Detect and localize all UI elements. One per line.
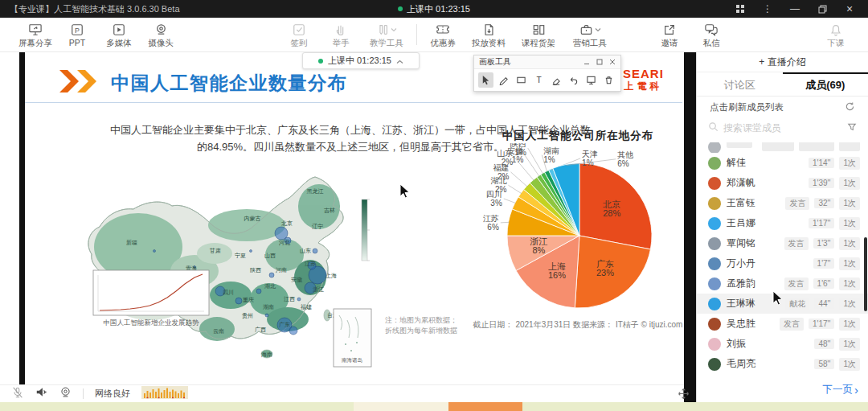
tab-discussion[interactable]: 讨论区 — [697, 72, 783, 96]
member-row[interactable]: 吴忠胜发言1'17''1次 — [697, 314, 868, 334]
refresh-icon[interactable] — [845, 101, 855, 113]
member-search-input[interactable]: 搜索课堂成员 — [697, 117, 868, 138]
select-tool-icon[interactable] — [478, 72, 493, 88]
speak-badge[interactable]: 发言 — [784, 277, 809, 290]
live-status-dot-icon — [398, 6, 403, 11]
layout-grid-icon[interactable] — [735, 3, 746, 14]
end-class-button[interactable]: 下课 — [815, 23, 857, 47]
panel-minimize-icon[interactable] — [583, 58, 590, 67]
speak-badge[interactable]: 发言 — [780, 378, 804, 379]
eraser-tool-icon[interactable] — [548, 72, 563, 88]
speak-badge[interactable]: 发言 — [785, 197, 809, 210]
materials-button[interactable]: 投放资料 — [464, 23, 514, 47]
ppt-button[interactable]: P PPT — [56, 23, 98, 47]
rectangle-tool-icon[interactable] — [514, 72, 529, 88]
panel-maximize-icon[interactable] — [596, 58, 603, 67]
speak-badge[interactable]: 发言 — [780, 318, 804, 331]
panel-close-icon[interactable] — [609, 58, 616, 67]
time-badge: 1'39'' — [809, 178, 834, 188]
count-badge: 1次 — [839, 217, 860, 230]
class-status: 上课中 01:23:15 — [398, 0, 470, 18]
teaching-tools-icon — [377, 23, 389, 36]
live-intro-button[interactable]: + 直播介绍 — [697, 52, 868, 72]
member-row[interactable]: 毛周亮58''1次 — [697, 354, 868, 374]
pie-chart-block: 中国人工智能公司所在地分布 北京28%广东23%上海16%浙江8%江苏6%四川3… — [469, 129, 687, 331]
fullscreen-expand-icon[interactable] — [678, 388, 690, 402]
class-timer-pill[interactable]: 上课中 01:23:15 — [302, 52, 420, 69]
webcam-icon — [154, 23, 168, 37]
screen-share-button[interactable]: 屏幕分享 — [14, 23, 56, 47]
board-tool-icon[interactable] — [583, 72, 599, 88]
webcam-status-icon[interactable] — [59, 386, 72, 401]
speak-badge[interactable]: 发言 — [784, 237, 809, 250]
stage-footer: 网络良好 — [0, 384, 684, 402]
member-row[interactable]: 刘振48''1次 — [697, 334, 868, 354]
member-row[interactable]: 王富钰发言32''1次 — [697, 193, 868, 213]
member-row[interactable]: 万小丹1'7''1次 — [697, 253, 868, 273]
marketing-tools-button[interactable]: 营销工具 — [563, 23, 616, 47]
member-name: 潘可中 — [727, 377, 774, 378]
member-name: 刘振 — [727, 337, 809, 351]
china-map: 黑龙江吉林辽宁内蒙古北京河北山西山东河南江苏上海安徽浙江福建江西湖北湖南广东广西… — [74, 171, 383, 379]
invite-button[interactable]: 邀请 — [649, 23, 690, 47]
check-in-icon — [293, 23, 305, 37]
board-tools-panel: 画板工具 T — [473, 55, 621, 92]
map-label-陕西: 陕西 — [250, 267, 261, 273]
avatar — [708, 142, 721, 153]
map-label-北京: 北京 — [281, 220, 293, 227]
speak-badge[interactable]: 献花 — [785, 298, 809, 310]
chevron-up-icon[interactable] — [396, 56, 403, 66]
teaching-tools-button[interactable]: 教学工具 — [362, 23, 411, 47]
count-badge: 1次 — [839, 378, 860, 379]
taskbar-strip — [0, 402, 868, 411]
speaker-icon[interactable] — [35, 386, 48, 401]
pen-tool-icon[interactable] — [496, 72, 511, 88]
time-badge: 44'' — [814, 298, 834, 309]
minimize-button[interactable]: — — [789, 3, 800, 14]
microphone-muted-icon[interactable] — [11, 386, 24, 402]
panel-mouse-cursor — [772, 290, 783, 309]
svg-text:T: T — [536, 76, 541, 84]
chevron-right-icon: › — [854, 386, 858, 394]
more-menu-icon[interactable]: ⋮ — [762, 3, 773, 14]
member-row[interactable]: 解佳1'14''1次 — [697, 153, 868, 173]
network-status: 网络良好 — [95, 388, 130, 400]
class-status-text: 上课中 01:23:15 — [407, 3, 470, 15]
media-button[interactable]: 多媒体 — [98, 23, 140, 47]
taskbar-segment — [354, 402, 448, 411]
count-badge: 1次 — [839, 177, 860, 190]
member-row[interactable]: 郑潇帆1'39''1次 — [697, 173, 868, 193]
next-page-button[interactable]: 下一页 › — [823, 383, 859, 397]
member-row[interactable]: 王吕娜1'17''1次 — [697, 213, 868, 233]
member-list-scrollbar[interactable] — [864, 237, 867, 311]
audio-waveform — [141, 386, 188, 402]
title-chevrons-icon — [59, 70, 101, 96]
member-row[interactable]: 覃闻铭发言1'3''1次 — [697, 233, 868, 253]
restore-button[interactable] — [817, 3, 828, 14]
pie-leader-line — [504, 199, 516, 203]
member-name-clipped — [727, 142, 752, 148]
tab-members[interactable]: 成员(69) — [783, 72, 868, 96]
pie-label-上海: 上海16% — [548, 261, 566, 280]
member-row[interactable] — [697, 142, 868, 153]
coupon-button[interactable]: 优惠券 — [422, 23, 464, 47]
map-label-海南: 海南 — [261, 351, 272, 358]
undo-tool-icon[interactable] — [566, 72, 581, 88]
check-in-button[interactable]: 签到 — [278, 23, 320, 47]
course-shelf-button[interactable]: 课程货架 — [514, 23, 563, 47]
member-row[interactable]: 潘可中发言1'20''1次 — [697, 374, 868, 378]
avatar — [708, 157, 721, 170]
camera-button[interactable]: 摄像头 — [140, 23, 182, 47]
count-badge: 1次 — [839, 237, 860, 250]
text-tool-icon[interactable]: T — [531, 72, 547, 88]
map-inset-trend-chart — [93, 270, 209, 315]
refresh-members-row[interactable]: 点击刷新成员列表 — [697, 97, 868, 117]
close-button[interactable]: × — [844, 3, 855, 14]
map-label-云南: 云南 — [213, 328, 224, 334]
private-message-button[interactable]: 私信 — [690, 23, 732, 47]
clear-trash-tool-icon[interactable] — [601, 72, 616, 88]
map-legend — [362, 199, 370, 261]
raise-hand-button[interactable]: 举手 — [320, 23, 362, 47]
svg-text:南海诸岛: 南海诸岛 — [342, 357, 362, 364]
filter-funnel-icon[interactable] — [847, 121, 857, 135]
